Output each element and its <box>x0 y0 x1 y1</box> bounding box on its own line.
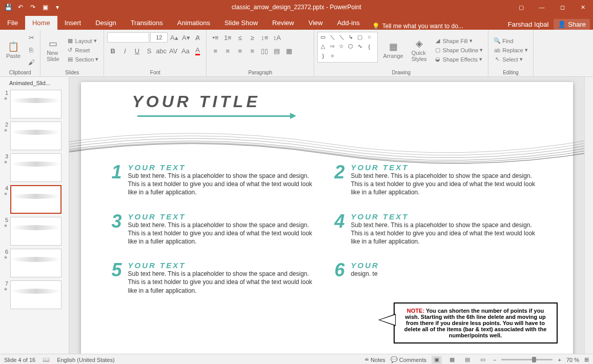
justify-button[interactable]: ≡ <box>247 45 258 56</box>
align-right-button[interactable]: ≡ <box>234 45 246 56</box>
tab-view[interactable]: View <box>301 16 330 30</box>
line-spacing-button[interactable]: ↕≡ <box>259 32 270 43</box>
strikethrough-button[interactable]: S <box>144 45 155 56</box>
tab-addins[interactable]: Add-ins <box>330 16 367 30</box>
columns-button[interactable]: ▯▯ <box>259 45 270 56</box>
reset-button[interactable]: ↺Reset <box>65 46 101 54</box>
shapes-gallery[interactable]: ▭ ＼ ＼ ↳ ▢ ○ △ ⇨ ☆ ⬡ ∿ { } ✧ <box>317 32 378 63</box>
align-center-button[interactable]: ≡ <box>222 45 233 56</box>
content-point[interactable]: 5YOUR TEXTSub text here. This is a place… <box>112 261 319 295</box>
ribbon-display-options-icon[interactable]: ▢ <box>511 0 531 14</box>
start-from-beginning-icon[interactable]: ▣ <box>41 3 49 11</box>
slide[interactable]: YOUR TITLE 1YOUR TEXTSub text here. This… <box>81 82 573 354</box>
increase-font-button[interactable]: A▴ <box>169 32 179 43</box>
tab-slideshow[interactable]: Slide Show <box>217 16 265 30</box>
slide-thumbnail-6[interactable] <box>10 249 62 277</box>
fit-to-window-button[interactable]: ⊞ <box>584 356 589 363</box>
tab-review[interactable]: Review <box>265 16 301 30</box>
vertical-scrollbar[interactable] <box>584 77 593 354</box>
paste-button[interactable]: 📋 Paste <box>3 32 24 68</box>
tab-insert[interactable]: Insert <box>57 16 89 30</box>
tab-file[interactable]: File <box>0 16 25 30</box>
shadow-button[interactable]: abc <box>156 45 167 56</box>
zoom-thumb[interactable] <box>532 357 536 362</box>
comments-button[interactable]: 💬 Comments <box>391 356 426 363</box>
save-icon[interactable]: 💾 <box>4 3 12 11</box>
align-left-button[interactable]: ≡ <box>210 45 221 56</box>
italic-button[interactable]: I <box>119 45 131 56</box>
zoom-in-button[interactable]: + <box>558 357 561 363</box>
content-point[interactable]: 4YOUR TEXTSub text here. This is a place… <box>335 212 542 246</box>
slide-thumbnail-7[interactable] <box>10 280 62 309</box>
normal-view-button[interactable]: ▣ <box>432 356 442 364</box>
section-button[interactable]: ▤Section▾ <box>65 55 101 64</box>
tab-design[interactable]: Design <box>88 16 123 30</box>
font-color-button[interactable]: A <box>192 45 203 56</box>
decrease-indent-button[interactable]: ≤ <box>234 32 246 43</box>
zoom-level[interactable]: 70 % <box>566 357 579 363</box>
shape-effects-button[interactable]: ◒Shape Effects▾ <box>432 55 485 64</box>
replace-button[interactable]: abReplace▾ <box>492 46 529 54</box>
minimize-button[interactable]: — <box>531 0 552 14</box>
content-point[interactable]: 6YOURdesign. te <box>335 261 542 295</box>
slide-canvas-area[interactable]: YOUR TITLE 1YOUR TEXTSub text here. This… <box>69 77 584 354</box>
tab-home[interactable]: Home <box>25 16 57 30</box>
select-button[interactable]: ↖Select▾ <box>492 55 529 64</box>
zoom-out-button[interactable]: − <box>493 357 496 363</box>
qat-more-icon[interactable]: ▾ <box>53 3 62 11</box>
user-name[interactable]: Farshad Iqbal <box>508 21 549 28</box>
smartart-button[interactable]: ▦ <box>283 45 295 56</box>
content-point[interactable]: 1YOUR TEXTSub text here. This is a place… <box>112 163 319 197</box>
change-case-button[interactable]: Aa <box>180 45 191 56</box>
language-status[interactable]: English (United States) <box>57 357 115 363</box>
slide-sorter-button[interactable]: ▦ <box>447 356 457 364</box>
undo-icon[interactable]: ↶ <box>16 3 25 11</box>
content-point[interactable]: 3YOUR TEXTSub text here. This is a place… <box>112 212 319 246</box>
layout-button[interactable]: ▦Layout▾ <box>65 37 101 45</box>
bold-button[interactable]: B <box>107 45 118 56</box>
slide-thumbnail-4[interactable] <box>10 185 62 214</box>
close-button[interactable]: ✕ <box>572 0 593 14</box>
text-direction-button[interactable]: ↕A <box>271 32 282 43</box>
thumbs-section-header[interactable]: Animated_Slid... <box>0 79 69 88</box>
clear-formatting-button[interactable]: A̷ <box>192 32 203 43</box>
share-button[interactable]: 👤 Share <box>554 19 590 30</box>
numbering-button[interactable]: 1≡ <box>222 32 233 43</box>
quick-styles-button[interactable]: ◈ Quick Styles <box>408 32 430 68</box>
shape-fill-button[interactable]: ◢Shape Fill▾ <box>432 37 485 45</box>
cut-button[interactable]: ✂ <box>26 32 37 44</box>
reading-view-button[interactable]: ▤ <box>462 356 473 364</box>
redo-icon[interactable]: ↷ <box>29 3 37 11</box>
copy-button[interactable]: ⎘ <box>26 45 37 56</box>
slide-title[interactable]: YOUR TITLE <box>132 92 553 111</box>
align-text-button[interactable]: ▤ <box>271 45 282 56</box>
arrange-button[interactable]: ▦ Arrange <box>380 32 406 68</box>
slide-thumbnail-2[interactable] <box>10 122 62 150</box>
group-editing: 🔍Find abReplace▾ ↖Select▾ Editing <box>488 30 533 76</box>
new-slide-button[interactable]: ▭ New Slide <box>44 32 62 68</box>
slide-thumbnail-1[interactable] <box>10 90 62 118</box>
tell-me-search[interactable]: 💡 Tell me what you want to do... <box>372 23 463 30</box>
slideshow-view-button[interactable]: ▭ <box>478 356 488 364</box>
font-family-select[interactable] <box>107 32 149 43</box>
character-spacing-button[interactable]: AV <box>168 45 179 56</box>
slide-thumbnail-5[interactable] <box>10 217 62 246</box>
find-button[interactable]: 🔍Find <box>492 37 529 45</box>
maximize-button[interactable]: ◻ <box>552 0 572 14</box>
font-size-select[interactable] <box>150 32 168 43</box>
decrease-font-button[interactable]: A▾ <box>180 32 191 43</box>
note-callout[interactable]: NOTE: You can shorten the number of poin… <box>394 302 558 343</box>
tab-transitions[interactable]: Transitions <box>124 16 170 30</box>
slide-thumbnail-3[interactable] <box>10 153 62 182</box>
underline-button[interactable]: U <box>132 45 143 56</box>
content-point[interactable]: 2YOUR TEXTSub text here. This is a place… <box>335 163 542 197</box>
shape-outline-button[interactable]: ▢Shape Outline▾ <box>432 46 485 54</box>
slide-counter[interactable]: Slide 4 of 16 <box>4 357 35 363</box>
zoom-slider[interactable] <box>501 359 553 360</box>
spellcheck-icon[interactable]: 📖 <box>43 356 50 363</box>
tab-animations[interactable]: Animations <box>170 16 217 30</box>
notes-button[interactable]: ≐ Notes <box>364 356 385 363</box>
increase-indent-button[interactable]: ≥ <box>247 32 258 43</box>
format-painter-button[interactable]: 🖌 <box>26 57 37 68</box>
bullets-button[interactable]: •≡ <box>210 32 221 43</box>
